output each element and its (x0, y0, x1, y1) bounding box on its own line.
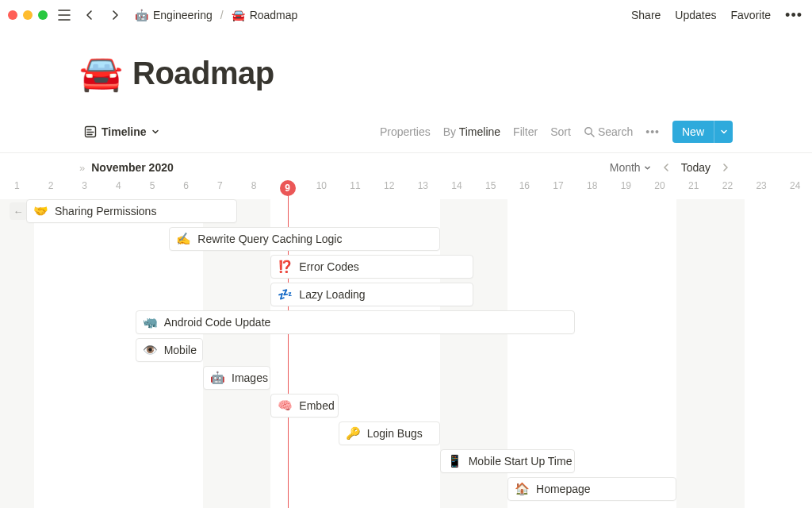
timeline: » November 2020 Month Today 123456789101… (0, 152, 812, 506)
timeline-card[interactable]: 💤Lazy Loading (270, 283, 473, 306)
timeline-day-column: 8 (237, 180, 271, 191)
timeline-card[interactable]: 📱Mobile Start Up Time (440, 449, 576, 473)
card-emoji: 🧠 (278, 398, 293, 413)
card-label: Sharing Permissions (55, 205, 156, 217)
breadcrumb-label: Engineering (153, 9, 213, 21)
page-icon[interactable]: 🚘 (79, 52, 123, 94)
timeline-day-column: 22 (710, 180, 745, 191)
timeline-day-column: 20 (643, 180, 677, 191)
timeline-card[interactable]: 🤝Sharing Permissions (26, 199, 237, 223)
timeline-prev-button[interactable] (659, 161, 673, 174)
new-button[interactable]: New (672, 121, 733, 143)
timeline-card[interactable]: 👁️Mobile (136, 338, 203, 362)
timeline-zoom-selector[interactable]: Month (610, 161, 651, 174)
timeline-next-button[interactable] (718, 161, 733, 174)
page-header: 🚘 Roadmap (0, 30, 812, 94)
sort-button[interactable]: Sort (550, 125, 571, 138)
card-label: Lazy Loading (299, 288, 365, 301)
timeline-day-column: 18 (575, 180, 609, 191)
timeline-day-column: 2 (34, 180, 68, 191)
timeline-card[interactable]: 🦏Android Code Update (136, 310, 576, 334)
timeline-day-column: 3 (67, 180, 102, 191)
page-title[interactable]: Roadmap (132, 56, 274, 91)
view-bar: Timeline Properties By Timeline Filter S… (0, 116, 812, 148)
timeline-card[interactable]: ⁉️Error Codes (270, 255, 473, 279)
breadcrumb-emoji: 🚘 (232, 9, 245, 21)
timeline-day-header: 123456789101112131415161718192021222324 (0, 180, 812, 199)
timeline-card[interactable]: 🏠Homepage (508, 477, 676, 501)
breadcrumb-label: Roadmap (250, 9, 298, 21)
breadcrumb: 🤖 Engineering / 🚘 Roadmap (132, 7, 301, 23)
timeline-card[interactable]: 🔑Login Bugs (339, 421, 440, 445)
window-controls (8, 10, 48, 20)
weekend-shading (676, 199, 744, 508)
card-label: Embed Errors (299, 399, 338, 412)
timeline-day-column: 23 (745, 180, 779, 191)
scroll-back-handle[interactable]: ← (10, 202, 27, 220)
card-label: Rewrite Query Caching Logic (197, 233, 342, 245)
timeline-day-column: 9 (270, 180, 304, 196)
card-label: Images on Android (232, 371, 270, 384)
view-switcher[interactable]: Timeline (79, 122, 164, 141)
timeline-day-column: 21 (676, 180, 710, 191)
favorite-link[interactable]: Favorite (731, 9, 772, 21)
card-emoji: 💤 (278, 287, 293, 302)
menu-icon[interactable] (56, 6, 73, 24)
timeline-header: » November 2020 Month Today (0, 153, 812, 180)
timeline-day-column: 1 (0, 180, 34, 191)
minimize-window-dot[interactable] (23, 10, 33, 20)
card-label: Login Bugs (367, 427, 423, 440)
card-emoji: 📱 (447, 454, 462, 468)
chevron-down-icon (151, 128, 159, 136)
filter-button[interactable]: Filter (513, 125, 538, 138)
timeline-month-label: November 2020 (91, 161, 174, 174)
card-emoji: 🔑 (346, 426, 361, 441)
breadcrumb-item-current[interactable]: 🚘 Roadmap (228, 7, 301, 23)
timeline-card[interactable]: 🧠Embed Errors (270, 394, 338, 418)
view-more-icon[interactable]: ••• (645, 125, 660, 138)
card-emoji: 🤖 (210, 371, 225, 385)
more-menu-icon[interactable]: ••• (785, 7, 802, 24)
group-by[interactable]: By Timeline (443, 125, 500, 138)
timeline-card[interactable]: ✍️Rewrite Query Caching Logic (169, 227, 439, 251)
new-button-dropdown[interactable] (714, 121, 733, 143)
card-emoji: 🦏 (143, 315, 158, 329)
timeline-day-column: 11 (339, 180, 373, 191)
share-link[interactable]: Share (631, 9, 661, 21)
search-button[interactable]: Search (584, 125, 633, 138)
timeline-grid[interactable]: ←🤝Sharing Permissions✍️Rewrite Query Cac… (0, 199, 812, 508)
search-icon (584, 126, 595, 137)
close-window-dot[interactable] (8, 10, 17, 20)
breadcrumb-separator: / (220, 9, 224, 21)
timeline-day-column: 19 (609, 180, 643, 191)
expand-sidebar-icon[interactable]: » (79, 162, 85, 174)
timeline-day-column: 24 (778, 180, 812, 191)
timeline-day-column: 16 (508, 180, 542, 191)
chevron-down-icon (644, 164, 651, 171)
topbar: 🤖 Engineering / 🚘 Roadmap Share Updates … (0, 0, 812, 30)
timeline-day-column: 17 (542, 180, 576, 191)
nav-forward-button[interactable] (106, 6, 124, 24)
timeline-day-column: 6 (169, 180, 203, 191)
timeline-day-column: 5 (136, 180, 170, 191)
card-emoji: ⁉️ (278, 260, 293, 274)
updates-link[interactable]: Updates (675, 9, 716, 21)
maximize-window-dot[interactable] (38, 10, 48, 20)
nav-back-button[interactable] (81, 6, 98, 24)
weekend-shading (0, 199, 34, 508)
group-by-prefix: By (443, 125, 456, 138)
card-emoji: 🏠 (515, 482, 530, 496)
properties-button[interactable]: Properties (380, 125, 431, 138)
chevron-down-icon (720, 128, 728, 136)
timeline-day-column: 7 (203, 180, 237, 191)
card-label: Homepage (536, 483, 591, 495)
timeline-day-column: 4 (102, 180, 136, 191)
breadcrumb-emoji: 🤖 (135, 9, 148, 21)
card-label: Mobile Start Up Time (469, 455, 573, 468)
breadcrumb-item-parent[interactable]: 🤖 Engineering (132, 7, 216, 23)
timeline-day-column: 10 (304, 180, 339, 191)
card-emoji: 👁️ (143, 343, 158, 357)
group-by-value: Timeline (459, 125, 500, 138)
timeline-card[interactable]: 🤖Images on Android (203, 366, 270, 390)
timeline-today-button[interactable]: Today (681, 161, 710, 174)
